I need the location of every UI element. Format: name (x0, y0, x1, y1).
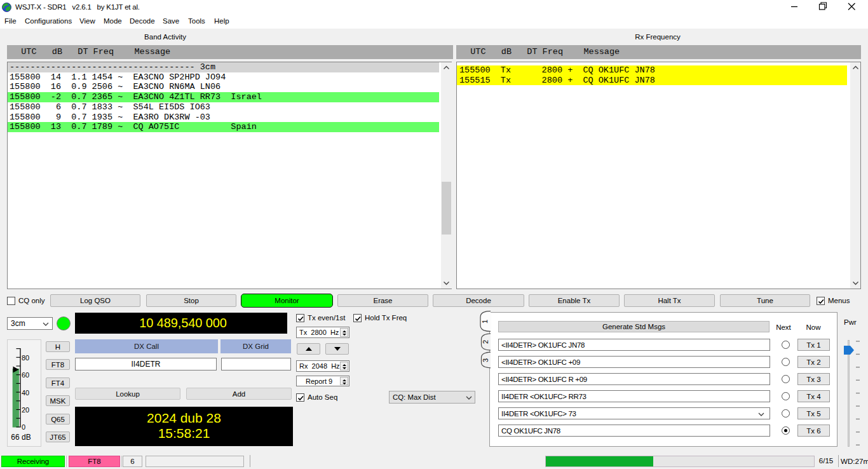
svg-text:0: 0 (22, 423, 25, 431)
svg-text:40: 40 (22, 389, 29, 397)
svg-text:80: 80 (22, 354, 29, 362)
svg-text:60: 60 (22, 371, 29, 379)
svg-text:20: 20 (22, 406, 29, 414)
